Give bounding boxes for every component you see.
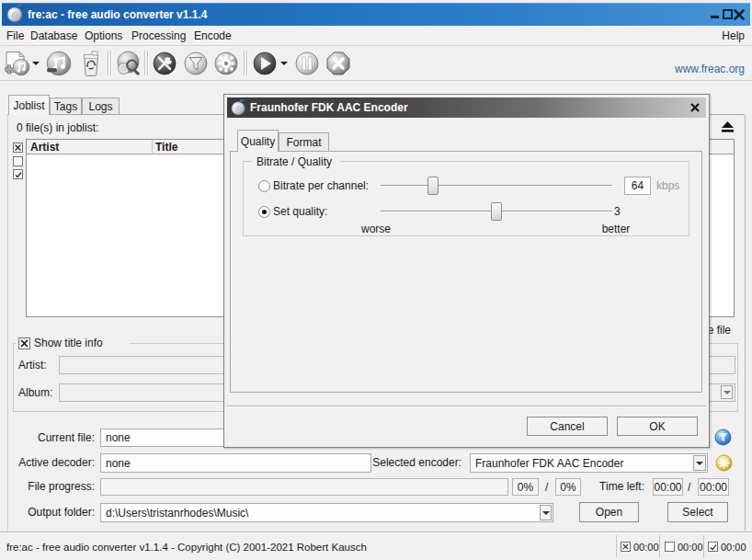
bitrate-slider[interactable] [381, 185, 612, 187]
statusbar-separator [616, 535, 617, 557]
joblist-count-label: 0 file(s) in joblist: [17, 120, 98, 136]
menu-help[interactable]: Help [722, 26, 745, 45]
quality-radio[interactable] [258, 206, 270, 218]
processing-settings-icon[interactable] [714, 429, 732, 446]
toggle-selection-checkbox[interactable] [13, 169, 23, 179]
time-empty-box-icon [665, 542, 675, 552]
total-progress-percent: 0% [555, 478, 581, 496]
close-button[interactable] [733, 3, 745, 26]
better-label: better [593, 223, 639, 237]
toolbar-separator [108, 51, 109, 75]
active-decoder-label: Active decoder: [18, 454, 95, 471]
eject-disc-icon[interactable] [717, 118, 737, 134]
time-check-box-icon [708, 542, 718, 552]
output-folder-label: Output folder: [28, 504, 95, 520]
menu-file[interactable]: File [6, 26, 24, 45]
dialog-tab-format[interactable]: Format [279, 132, 329, 151]
toolbar-separator [110, 51, 112, 75]
select-all-checkbox[interactable] [13, 143, 23, 153]
output-folder-combobox[interactable]: d:\Users\tristanrhodes\Music\ [100, 503, 553, 522]
toolbar-separator [246, 51, 248, 75]
website-link[interactable]: www.freac.org [675, 61, 745, 77]
dialog-freac-icon [231, 99, 247, 116]
add-files-dropdown-icon[interactable] [32, 62, 40, 65]
tab-joblist[interactable]: Joblist [8, 95, 50, 115]
show-title-info-checkbox[interactable] [18, 337, 30, 349]
menu-encode[interactable]: Encode [194, 26, 232, 45]
statusbar-text: fre:ac - free audio converter v1.1.4 - C… [6, 539, 367, 555]
dialog-title: Fraunhofer FDK AAC Encoder [250, 97, 408, 118]
bitrate-unit-label: kbps [656, 177, 679, 194]
stop-encoding-icon[interactable] [325, 51, 351, 76]
tab-tags[interactable]: Tags [50, 97, 82, 114]
freac-window: fre:ac - free audio converter v1.1.4 Fil… [0, 0, 752, 560]
dialog-tab-quality[interactable]: Quality [237, 130, 279, 152]
toolbar-separator [244, 51, 245, 75]
bitrate-value-field[interactable]: 64 [624, 177, 651, 195]
select-none-checkbox[interactable] [13, 156, 23, 166]
clear-joblist-icon[interactable] [81, 51, 101, 76]
quality-radio-label[interactable]: Set quality: [273, 203, 327, 220]
statusbar-time-3: 00:00 [721, 539, 746, 555]
file-progress-label: File progress: [28, 478, 95, 495]
bitrate-radio[interactable] [258, 180, 270, 192]
menu-processing[interactable]: Processing [131, 26, 186, 45]
general-settings-icon[interactable] [152, 51, 177, 76]
statusbar-divider-highlight [0, 532, 752, 533]
time-total-value: 00:00 [698, 478, 729, 496]
encoder-settings-icon[interactable] [213, 51, 239, 76]
open-folder-button[interactable]: Open [579, 502, 639, 522]
statusbar-separator [703, 535, 704, 557]
time-left-value: 00:00 [653, 478, 683, 496]
add-files-icon[interactable] [3, 51, 30, 76]
client-edge-left [7, 115, 8, 531]
toolbar-separator [147, 51, 149, 75]
file-progress-percent: 0% [512, 478, 539, 496]
album-field-label: Album: [18, 384, 52, 401]
signal-processing-icon[interactable] [183, 51, 209, 76]
column-header-title[interactable]: Title [155, 140, 177, 154]
remove-file-icon[interactable] [45, 51, 73, 76]
time-separator: / [688, 478, 690, 496]
show-title-info-label[interactable]: Show title info [34, 336, 103, 350]
toolbar-separator [144, 51, 146, 75]
time-left-label: Time left: [599, 478, 644, 495]
statusbar-separator [659, 535, 660, 557]
column-header-artist[interactable]: Artist [30, 140, 59, 154]
current-file-label: Current file: [38, 429, 95, 446]
dialog-close-icon[interactable] [687, 99, 702, 115]
freac-logo-icon [6, 5, 25, 23]
selected-encoder-dropdown-icon[interactable] [693, 455, 706, 471]
column-separator[interactable] [152, 140, 153, 154]
bitrate-slider-thumb[interactable] [427, 177, 439, 195]
quality-slider-thumb[interactable] [491, 202, 502, 221]
output-folder-dropdown-icon[interactable] [540, 505, 552, 520]
artist-field-label: Artist: [18, 357, 47, 373]
start-encoding-icon[interactable] [252, 51, 278, 76]
select-folder-button[interactable]: Select [667, 502, 728, 522]
ok-button[interactable]: OK [617, 417, 698, 436]
menu-options[interactable]: Options [85, 26, 122, 45]
start-encoding-dropdown-icon[interactable] [280, 62, 288, 65]
bitrate-radio-label[interactable]: Bitrate per channel: [273, 177, 369, 194]
client-edge-right [745, 115, 746, 531]
single-file-checkbox-label[interactable]: e file [708, 322, 731, 338]
configure-encoder-icon[interactable] [715, 454, 733, 472]
worse-label: worse [353, 223, 399, 237]
genre-dropdown-icon [721, 385, 733, 399]
time-x-box-icon [621, 542, 631, 552]
pause-encoding-icon[interactable] [294, 51, 320, 76]
tab-logs[interactable]: Logs [82, 97, 120, 114]
selected-encoder-label: Selected encoder: [372, 454, 461, 471]
dialog-button-divider-highlight [227, 406, 706, 407]
menu-database[interactable]: Database [30, 26, 77, 45]
minimize-button[interactable] [710, 3, 722, 26]
file-progress-bar [100, 478, 508, 496]
toolbar [0, 45, 752, 81]
quality-value-label: 3 [614, 203, 636, 220]
cancel-button[interactable]: Cancel [527, 417, 608, 436]
statusbar-time-1: 00:00 [633, 539, 659, 555]
percent-separator: / [545, 478, 548, 496]
query-cddb-icon[interactable] [116, 51, 142, 76]
selected-encoder-combobox[interactable]: Fraunhofer FDK AAC Encoder [470, 453, 708, 473]
